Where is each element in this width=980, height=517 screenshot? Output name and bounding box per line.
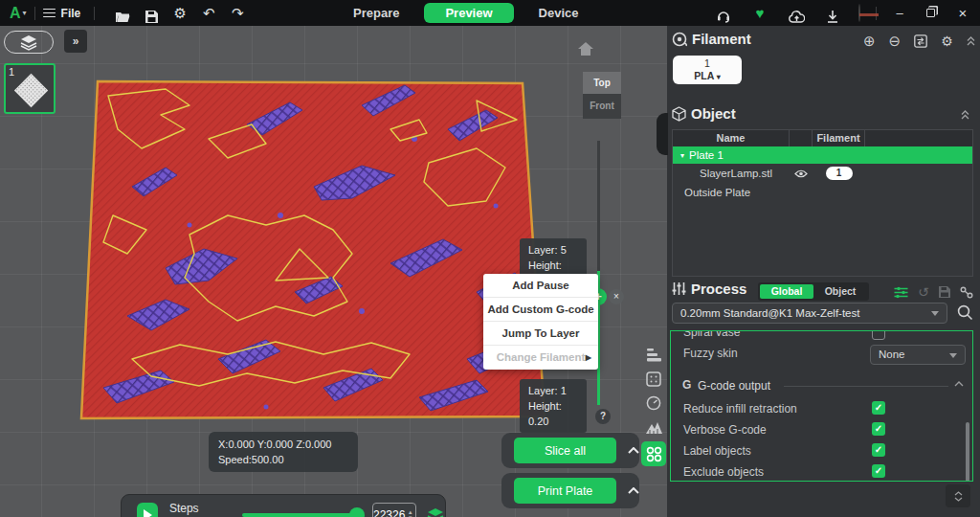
plate-list-toggle-button[interactable]: [4, 31, 54, 54]
right-panel: Filament ⊕ ⊖ ⚙ 1 PLA ▾ Object: [667, 26, 980, 517]
plate-bounds-icon[interactable]: [643, 369, 664, 390]
help-button[interactable]: ?: [595, 409, 611, 424]
undo-icon[interactable]: ↶: [194, 0, 223, 26]
tab-prepare[interactable]: Prepare: [340, 3, 412, 23]
menu-icon[interactable]: [43, 6, 56, 20]
divider: [94, 7, 95, 20]
layer-bottom-tooltip-layer: Layer: 1: [528, 383, 578, 398]
cloud-upload-icon[interactable]: [778, 4, 814, 23]
window-restore-icon[interactable]: [915, 0, 946, 26]
tab-device[interactable]: Device: [525, 3, 592, 23]
steps-slider[interactable]: [242, 513, 357, 517]
play-icon: [144, 509, 152, 517]
table-row-outside-plate[interactable]: Outside Plate: [673, 183, 972, 202]
reduce-infill-retraction-checkbox[interactable]: ✓: [872, 401, 885, 415]
filament-layers-icon[interactable]: [426, 507, 445, 517]
gcode-status-tooltip: X:0.000 Y:0.000 Z:0.000 Speed:500.00: [209, 432, 358, 472]
steps-slider-thumb[interactable]: [349, 507, 365, 517]
steps-value[interactable]: 22326: [373, 508, 405, 517]
gcode-output-section-header[interactable]: G G-code output: [671, 377, 972, 396]
user-avatar[interactable]: [858, 5, 860, 22]
add-filament-icon[interactable]: ⊕: [863, 33, 876, 50]
scope-toggle: Global Object: [758, 282, 869, 301]
filament-badge[interactable]: 1: [826, 167, 853, 180]
print-plate-button[interactable]: Print Plate: [514, 478, 616, 504]
tune-settings-icon[interactable]: [894, 286, 908, 299]
file-menu[interactable]: File: [61, 7, 81, 20]
filament-slot-card[interactable]: 1 PLA ▾: [673, 56, 742, 84]
speed-gauge-icon[interactable]: [643, 393, 664, 414]
logo-chevron-down-icon[interactable]: ▾: [23, 9, 27, 17]
save-icon[interactable]: [137, 4, 166, 23]
download-icon[interactable]: [814, 4, 851, 23]
expand-plate-panel-button[interactable]: »: [64, 30, 87, 53]
redo-icon[interactable]: ↷: [223, 0, 252, 26]
plate-thumbnail-number: 1: [9, 66, 14, 78]
toggle-global[interactable]: Global: [760, 284, 813, 299]
fuzzy-skin-select[interactable]: None: [870, 345, 966, 365]
view-cube-front-face[interactable]: Front: [583, 94, 621, 119]
panel-collapse-handle[interactable]: [657, 113, 668, 155]
color-scheme-button[interactable]: [641, 441, 666, 466]
label-objects-checkbox[interactable]: ✓: [872, 443, 885, 457]
table-row-object[interactable]: SlayerLamp.stl 1: [673, 164, 972, 183]
view-cube-top-face[interactable]: Top: [583, 72, 621, 94]
menu-item-change-filament[interactable]: Change Filament ▶: [483, 346, 598, 370]
print-options-chevron-icon[interactable]: [628, 487, 639, 494]
object-header: Object: [672, 105, 736, 122]
window-minimize-icon[interactable]: –: [884, 0, 915, 26]
setting-row-spiral-vase: Spiral vase: [671, 330, 972, 343]
verbose-gcode-checkbox[interactable]: ✓: [872, 422, 885, 436]
column-filament: Filament: [813, 130, 865, 146]
slice-options-chevron-icon[interactable]: [628, 447, 639, 454]
steps-spinbox[interactable]: 22326 ▲▼: [372, 503, 416, 517]
tab-preview[interactable]: Preview: [424, 3, 513, 23]
remove-filament-icon[interactable]: ⊖: [889, 33, 902, 50]
layer-slider-track[interactable]: [597, 141, 600, 271]
panel-expand-button[interactable]: [946, 484, 970, 507]
app-logo[interactable]: A: [10, 5, 20, 22]
filament-slot-material[interactable]: PLA ▾: [673, 70, 742, 83]
favorites-heart-icon[interactable]: ♥: [742, 0, 778, 26]
support-headset-icon[interactable]: [705, 4, 742, 23]
reset-preset-icon[interactable]: ↺: [918, 284, 929, 300]
section-collapse-chevron-icon[interactable]: [954, 381, 964, 387]
spinner-arrows[interactable]: ▲▼: [405, 509, 415, 517]
layer-slider-close-button[interactable]: ×: [609, 289, 624, 304]
structure-icon[interactable]: [643, 416, 664, 438]
object-collapse-icon[interactable]: [961, 110, 969, 120]
layer-stats-icon[interactable]: [643, 345, 664, 366]
menu-item-add-custom-gcode[interactable]: Add Custom G-code: [483, 298, 598, 322]
sync-filament-icon[interactable]: [914, 34, 927, 48]
table-row-plate[interactable]: ▾ Plate 1: [673, 146, 972, 164]
filament-title: Filament: [692, 31, 751, 47]
exclude-objects-checkbox[interactable]: ✓: [872, 464, 885, 478]
open-folder-icon[interactable]: [108, 4, 137, 23]
preset-row: 0.20mm Standard@K1 Max-Zelf-test: [667, 303, 980, 326]
process-settings-panel[interactable]: Spiral vase Fuzzy skin None G G-code out…: [670, 330, 973, 482]
tree-expand-icon[interactable]: ▾: [680, 151, 684, 160]
menu-item-add-pause[interactable]: Add Pause: [483, 274, 598, 298]
home-view-icon[interactable]: [578, 42, 593, 56]
plate-thumbnail[interactable]: 1: [4, 63, 56, 114]
filament-badge-wrap[interactable]: 1: [813, 167, 865, 180]
filament-settings-gear-icon[interactable]: ⚙: [941, 34, 953, 49]
wrench-tools-icon[interactable]: [960, 286, 973, 299]
setting-row-exclude-objects: Exclude objects ✓: [671, 463, 972, 482]
settings-scrollbar[interactable]: [966, 422, 969, 482]
settings-gear-icon[interactable]: ⚙: [166, 0, 194, 26]
play-button[interactable]: [137, 503, 158, 517]
preset-select[interactable]: 0.20mm Standard@K1 Max-Zelf-test: [672, 303, 947, 324]
spiral-vase-checkbox[interactable]: [872, 330, 885, 340]
window-close-icon[interactable]: ×: [946, 0, 980, 26]
toggle-object[interactable]: Object: [813, 284, 867, 299]
save-preset-icon[interactable]: [939, 286, 950, 298]
preset-value: 0.20mm Standard@K1 Max-Zelf-test: [680, 307, 859, 319]
slice-all-button[interactable]: Slice all: [514, 438, 616, 463]
menu-item-jump-to-layer[interactable]: Jump To Layer: [483, 322, 598, 346]
preview-viewport[interactable]: » 1 Top Front + × Layer: 5 Height: 1.00 …: [0, 26, 667, 517]
search-settings-icon[interactable]: [957, 304, 973, 321]
speed-line: Speed:500.00: [218, 452, 348, 467]
filament-collapse-icon[interactable]: [967, 36, 975, 46]
visibility-eye-icon[interactable]: [790, 169, 813, 178]
